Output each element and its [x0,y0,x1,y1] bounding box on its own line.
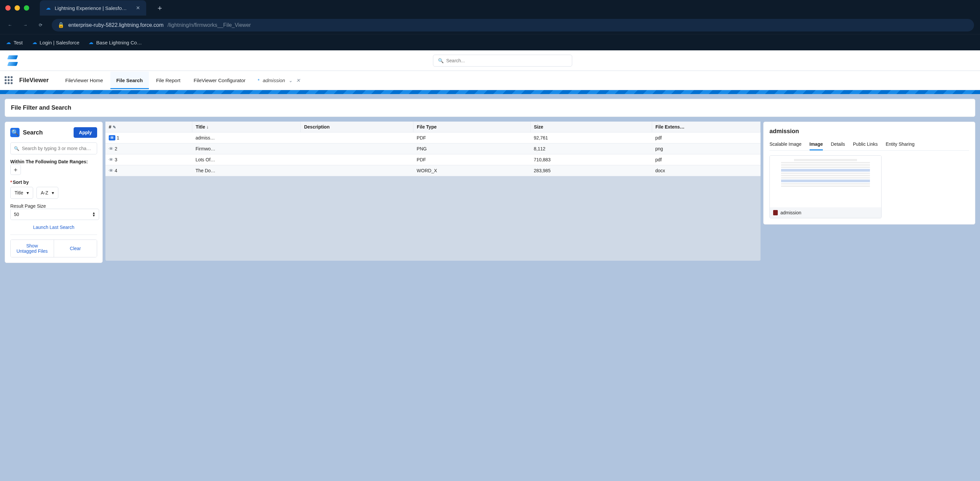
nav-item-fileviewer-home[interactable]: FileViewer Home [59,71,109,89]
search-heading: Search [23,129,43,136]
page-size-label: Result Page Size [10,203,97,209]
chevron-down-icon: ▾ [52,190,54,195]
salesforce-cloud-icon: ☁ [89,40,94,45]
global-header: 🔍 [0,50,980,71]
sort-direction-dropdown[interactable]: A-Z ▾ [37,187,58,199]
preview-eye-icon[interactable]: 👁 [109,146,113,151]
sort-by-label: Sort by [10,179,97,185]
chevron-down-icon: ▾ [27,190,29,195]
col-number[interactable]: # ✎ [105,122,192,132]
search-icon: 🔍 [10,128,19,137]
table-row[interactable]: 👁 1admiss…PDF92,761pdf [105,132,760,143]
window-controls [5,5,29,11]
url-host: enterprise-ruby-5822.lightning.force.com [68,22,164,28]
panel-footer-buttons: Show Untagged Files Clear [10,240,97,257]
table-row[interactable]: 👁 2Firmwo…PNG8,112png [105,143,760,154]
preview-tab-details[interactable]: Details [831,139,845,151]
close-window[interactable] [5,5,11,11]
salesforce-cloud-icon: ☁ [6,40,11,45]
back-button[interactable]: ← [6,22,14,27]
preview-caption: admission [780,210,801,215]
launch-last-search-link[interactable]: Launch Last Search [10,225,97,230]
app-context-name: FileViewer [19,77,49,84]
bookmark-item[interactable]: ☁ Base Lightning Co… [89,40,142,45]
global-search[interactable]: 🔍 [433,55,572,67]
preview-eye-icon[interactable]: 👁 [109,168,113,173]
pdf-icon [773,210,778,215]
search-icon: 🔍 [14,146,19,151]
browser-chrome: ☁ Lightning Experience | Salesfo… ✕ ＋ ← … [0,0,980,50]
show-untagged-button[interactable]: Show Untagged Files [11,240,54,257]
preview-tab-image[interactable]: Image [810,139,823,151]
app-logo [5,53,21,68]
page-body: File Filter and Search 🔍 Search Apply 🔍 … [0,94,980,268]
date-ranges-label: Within The Following Date Ranges: [10,159,97,164]
preview-thumbnail[interactable]: admission [770,156,881,218]
url-path: /lightning/n/firmworks__File_Viewer [167,22,251,28]
search-panel: 🔍 Search Apply 🔍 Within The Following Da… [5,122,103,263]
add-date-range-button[interactable]: ＋ [10,164,21,175]
search-input[interactable] [22,146,94,151]
nav-item-fileviewer-config[interactable]: FileViewer Configurator [188,71,251,89]
clear-button[interactable]: Clear [54,240,97,257]
preview-tabs: Scalable Image Image Details Public Link… [770,139,969,151]
stepper-arrows[interactable]: ▲▼ [92,212,95,217]
workspace-tab-admission[interactable]: * admission ⌄ ✕ [253,78,305,84]
sort-field-dropdown[interactable]: Title ▾ [10,187,33,199]
tab-title: Lightning Experience | Salesfo… [55,5,127,11]
col-file-type[interactable]: File Type [414,122,530,132]
preview-panel: admission Scalable Image Image Details P… [763,122,975,225]
new-tab-button[interactable]: ＋ [156,3,164,13]
app-launcher-icon[interactable] [5,76,13,85]
sort-desc-icon: ↓ [207,124,209,130]
preview-tab-entity-sharing[interactable]: Entity Sharing [886,139,914,151]
col-extension[interactable]: File Extens… [652,122,760,132]
browser-tab[interactable]: ☁ Lightning Experience | Salesfo… ✕ [40,0,146,16]
edit-icon[interactable]: ✎ [113,125,116,130]
search-input-wrapper: 🔍 [10,143,97,154]
app-nav: FileViewer FileViewer Home File Search F… [0,71,980,90]
chevron-down-icon[interactable]: ⌄ [288,78,293,84]
bookmark-item[interactable]: ☁ Login | Salesforce [32,40,80,45]
preview-eye-icon[interactable]: 👁 [109,157,113,162]
preview-tab-scalable-image[interactable]: Scalable Image [770,139,802,151]
page-size-stepper[interactable]: 50 ▲▼ [10,209,99,220]
close-tab-icon[interactable]: ✕ [296,78,301,84]
preview-tab-public-links[interactable]: Public Links [853,139,878,151]
col-description[interactable]: Description [301,122,414,132]
workspace: 🔍 Search Apply 🔍 Within The Following Da… [5,122,975,263]
salesforce-cloud-icon: ☁ [32,40,37,45]
results-table: # ✎ Title ↓ Description File Type Size F… [105,122,760,176]
titlebar: ☁ Lightning Experience | Salesfo… ✕ ＋ [0,0,980,16]
nav-item-file-search[interactable]: File Search [110,71,149,89]
page-title-card: File Filter and Search [5,99,975,117]
preview-eye-icon[interactable]: 👁 [109,135,115,140]
document-preview [770,156,881,207]
table-row[interactable]: 👁 4The Do…WORD_X283,985docx [105,165,760,176]
search-icon: 🔍 [438,58,444,63]
nav-item-file-report[interactable]: File Report [150,71,186,89]
maximize-window[interactable] [24,5,29,11]
unsaved-indicator: * [258,78,259,83]
col-size[interactable]: Size [530,122,652,132]
lock-icon: 🔒 [58,22,64,28]
address-bar: ← → ⟳ 🔒 enterprise-ruby-5822.lightning.f… [0,16,980,35]
bookmarks-bar: ☁ Test ☁ Login | Salesforce ☁ Base Light… [0,35,980,50]
global-search-input[interactable] [446,58,567,63]
nav-accent-bar [0,90,980,94]
col-title[interactable]: Title ↓ [192,122,301,132]
forward-button[interactable]: → [21,22,29,27]
close-tab-icon[interactable]: ✕ [136,5,140,11]
url-input[interactable]: 🔒 enterprise-ruby-5822.lightning.force.c… [52,19,974,32]
results-table-wrap: # ✎ Title ↓ Description File Type Size F… [105,122,760,261]
page-title: File Filter and Search [5,99,975,117]
bookmark-item[interactable]: ☁ Test [6,40,23,45]
table-row[interactable]: 👁 3Lots Of…PDF710,883pdf [105,154,760,165]
salesforce-cloud-icon: ☁ [46,5,51,11]
reload-button[interactable]: ⟳ [37,22,45,27]
minimize-window[interactable] [14,5,20,11]
preview-title: admission [770,128,969,135]
apply-button[interactable]: Apply [73,127,97,138]
